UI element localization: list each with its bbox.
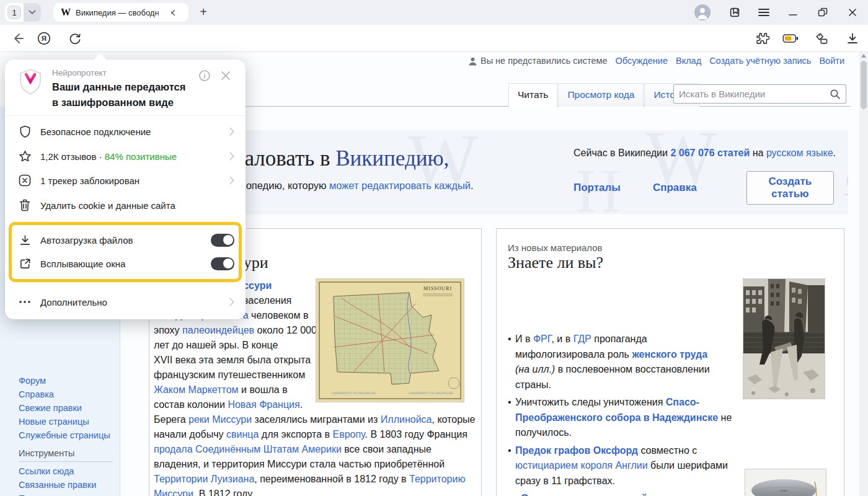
downloads-icon[interactable] [844,30,861,46]
svg-text:MISSOURI: MISSOURI [423,286,452,291]
yandex-home-icon[interactable]: Я [36,30,52,46]
scrollbar-thumb[interactable] [861,61,867,109]
popups-toggle[interactable] [211,257,234,270]
neuroprotect-popup: Нейропротект Ваши данные передаютсяв заш… [5,60,246,319]
sidebar-link[interactable]: Свежие правки [19,403,118,414]
chevron-right-icon [229,298,234,306]
window-close-button[interactable] [844,4,861,20]
window-restore-button[interactable] [815,4,831,20]
reviews-row[interactable]: 1,2К отзывов · 84% позитивные [5,144,246,169]
page-view-tabs: Читать Просмотр кода История [508,82,701,107]
info-icon[interactable] [198,69,211,82]
more-options-row[interactable]: Дополнительно [5,290,246,314]
anon-user-note: Вы не представились системе [468,56,608,66]
svg-text:UNIVERSITY OF MICHIGAN: UNIVERSITY OF MICHIGAN [331,391,375,395]
tracker-blocked-row[interactable]: 1 трекер заблокирован [5,168,246,193]
shield-icon [19,125,31,138]
scrollbar-up-arrow[interactable] [861,54,866,58]
extensions-puzzle-icon[interactable] [754,30,770,46]
user-icon [468,56,477,66]
chevron-right-icon [229,176,234,185]
watermark-letter: Н [843,179,848,215]
tab-title-fade [155,3,171,22]
article-count-line: Сейчас в Википедии 2 067 076 статей на р… [574,148,836,159]
star-icon [19,150,32,163]
sidebar-link[interactable]: Связанные правки [19,480,118,490]
reload-icon[interactable] [67,30,83,46]
dirigible-photo[interactable]: 4RAAF [745,469,826,496]
help-link[interactable]: Справка [653,182,697,194]
autodownload-row[interactable]: Автозагрузка файлов [5,228,246,252]
browser-toolbar: Я https://ru.wikipedia.org/wiki/Заглавна… [0,25,868,52]
popup-title: Ваши данные передаютсяв зашифрованном ви… [52,79,185,110]
tab-count-badge: 1 [7,6,21,19]
page-scrollbar[interactable] [859,52,868,496]
dyk-label: Из новых материалов [508,242,603,253]
personal-link-create-account[interactable]: Создать учётную запись [709,56,811,66]
sidebar-link[interactable]: Форум [19,376,118,386]
new-tab-button[interactable]: + [196,5,211,20]
create-article-button[interactable]: Создать статью [746,171,834,205]
did-you-know-box: Из новых материалов Знаете ли вы? И в ФР… [496,228,844,496]
wikipedia-link[interactable]: Википедию, [335,146,449,170]
profile-avatar[interactable] [694,4,711,20]
popup-brand: Нейропротект [52,68,185,78]
svg-text:Я: Я [42,35,46,42]
popup-divider [5,115,246,116]
sidebar-tools-header: Инструменты [19,448,113,462]
battery-icon[interactable] [782,30,799,46]
sidebar-link[interactable]: Новые страницы [19,417,118,427]
tracker-blocked-icon [19,174,31,187]
popup-close-icon[interactable] [219,69,232,82]
popup-window-icon [19,258,31,270]
sidebar-link[interactable]: Справка [19,389,118,400]
tab-read[interactable]: Читать [508,83,557,107]
ellipsis-icon [19,301,30,303]
trash-icon [19,199,30,211]
search-icon[interactable] [830,89,841,100]
wiki-search-input[interactable] [679,89,830,99]
personal-link-contribs[interactable]: Вклад [676,56,701,66]
dyk-heading: Знаете ли вы? [508,254,603,272]
tab-view-source[interactable]: Просмотр кода [558,83,644,107]
browser-titlebar: 1 W Википедия — свободн + [0,0,868,25]
chevron-right-icon [229,127,234,136]
sidebar-panel-icon[interactable] [727,4,743,20]
browser-tab[interactable]: W Википедия — свободн [53,3,188,22]
tab-counter[interactable]: 1 [5,3,41,22]
wikipedia-favicon: W [61,7,71,18]
positive-reviews-value: 84% позитивные [105,151,177,162]
personal-link-talk[interactable]: Обсуждение [615,56,667,66]
svg-text:4RAAF: 4RAAF [780,489,788,492]
back-button-icon[interactable] [10,30,26,46]
browser-menu-icon[interactable] [756,4,772,20]
tab-list-chevron-icon[interactable] [24,3,41,22]
window-minimize-button[interactable] [785,4,801,20]
personal-links-bar: Вы не представились системе Обсуждение В… [468,56,844,66]
sidebar-link[interactable]: Ссылки сюда [19,466,118,477]
autodownload-toggle[interactable] [211,234,234,247]
tab-groups-icon[interactable] [813,30,830,46]
download-icon [19,234,31,246]
svg-text:UNIVERSITY OF MICHIGAN: UNIVERSITY OF MICHIGAN [409,391,453,395]
sidebar-link[interactable]: Служебные страницы [19,430,118,441]
chevron-right-icon [229,152,234,161]
neuroprotect-shield-icon [17,68,43,97]
popups-row[interactable]: Всплывающие окна [5,251,246,276]
portals-link[interactable]: Порталы [574,182,621,194]
rubble-women-photo[interactable] [743,278,825,399]
personal-link-login[interactable]: Войти [819,56,844,66]
sidebar-link[interactable]: Постоянная ссылка [19,494,118,496]
missouri-map-image[interactable]: MISSOURI UNIVERSITY OF MICHIGAN UNIVERSI… [316,278,464,402]
delete-cookies-row[interactable]: Удалить cookie и данные сайта [5,193,246,218]
wiki-search-box[interactable] [673,84,846,104]
secure-connection-row[interactable]: Безопасное подключение [5,119,246,144]
